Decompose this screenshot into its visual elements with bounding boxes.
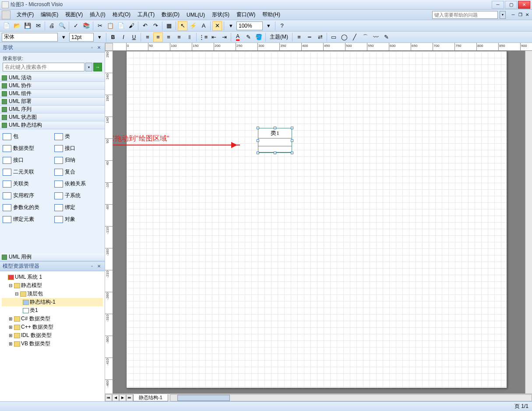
shape-search-input[interactable] bbox=[3, 63, 85, 71]
line-ends-button[interactable]: ⇄ bbox=[315, 32, 325, 42]
align-left-button[interactable]: ≡ bbox=[143, 32, 152, 42]
resize-handle-se[interactable] bbox=[291, 152, 293, 154]
menu-data[interactable]: 数据(D) bbox=[158, 10, 183, 19]
tree-top-package[interactable]: ⊟顶层包 bbox=[2, 290, 103, 298]
rectangle-tool[interactable]: ▭ bbox=[329, 32, 338, 42]
zoom-combo[interactable]: 100% bbox=[236, 21, 263, 30]
line-pattern-button[interactable]: ┅ bbox=[305, 32, 314, 42]
line-tool[interactable]: ╱ bbox=[350, 32, 359, 42]
vertical-scrollbar[interactable] bbox=[525, 51, 532, 393]
spelling-button[interactable]: ✓ bbox=[71, 21, 81, 31]
menu-view[interactable]: 视图(V) bbox=[62, 10, 86, 19]
resize-handle-sw[interactable] bbox=[257, 152, 259, 154]
minimize-button[interactable]: ─ bbox=[492, 1, 504, 9]
font-size-dropdown[interactable]: ▾ bbox=[95, 32, 104, 42]
resize-handle-e[interactable] bbox=[291, 139, 293, 142]
shape-item[interactable]: 接口 bbox=[53, 143, 103, 154]
horizontal-scrollbar[interactable] bbox=[170, 394, 532, 401]
new-button[interactable]: 📄 bbox=[2, 21, 11, 31]
text-tool-button[interactable]: A bbox=[199, 21, 208, 31]
connection-point-button[interactable]: ✕ bbox=[212, 21, 222, 31]
shape-window-button[interactable]: ▦ bbox=[164, 21, 174, 31]
undo-button[interactable]: ↶ bbox=[140, 21, 150, 31]
tree-cpp[interactable]: ⊞C++ 数据类型 bbox=[2, 323, 103, 331]
connector-tool-button[interactable]: ⚡ bbox=[188, 21, 198, 31]
shape-item[interactable]: 实用程序 bbox=[2, 190, 52, 201]
align-center-button[interactable]: ≡ bbox=[153, 32, 163, 42]
redo-button[interactable]: ↷ bbox=[151, 21, 160, 31]
font-name-combo[interactable]: 宋体 bbox=[2, 33, 58, 42]
shape-item[interactable]: 数据类型 bbox=[2, 143, 52, 154]
tree-static-model[interactable]: ⊟静态模型 bbox=[2, 281, 103, 290]
arc-tool[interactable]: ⌒ bbox=[360, 32, 370, 42]
shape-item[interactable]: 对象 bbox=[53, 214, 103, 225]
shape-item[interactable]: 依赖关系 bbox=[53, 178, 103, 189]
italic-button[interactable]: I bbox=[119, 32, 128, 42]
drawing-canvas[interactable]: 类1 将它拖动到"绘图区域" bbox=[113, 51, 532, 393]
help-search-input[interactable] bbox=[432, 11, 498, 19]
align-right-button[interactable]: ≡ bbox=[164, 32, 173, 42]
menu-insert[interactable]: 插入(I) bbox=[86, 10, 109, 19]
tab-nav-next[interactable]: ▶ bbox=[119, 394, 126, 401]
shape-item[interactable]: 二元关联 bbox=[2, 167, 52, 177]
theme-button[interactable]: 主题(M) bbox=[268, 32, 290, 42]
menu-tools[interactable]: 工具(T) bbox=[134, 10, 158, 19]
stencil-item[interactable]: UML 部署 bbox=[0, 98, 105, 106]
shape-item[interactable]: 接口 bbox=[2, 155, 52, 166]
decrease-indent-button[interactable]: ⇤ bbox=[209, 32, 218, 42]
tree-class1[interactable]: 类1 bbox=[2, 306, 103, 315]
search-go-button[interactable]: → bbox=[93, 63, 102, 71]
paste-button[interactable]: 📄 bbox=[116, 21, 126, 31]
model-panel-close[interactable]: ✕ bbox=[96, 263, 102, 269]
shape-item[interactable]: 子系统 bbox=[53, 190, 103, 201]
pointer-tool-button[interactable]: ↖ bbox=[178, 21, 187, 31]
stencil-item[interactable]: UML 用例 bbox=[0, 253, 105, 261]
save-button[interactable]: 💾 bbox=[23, 21, 32, 31]
distribute-button[interactable]: ⫴ bbox=[185, 32, 194, 42]
print-preview-button[interactable]: 🔍 bbox=[57, 21, 67, 31]
doc-minimize[interactable]: ─ bbox=[510, 12, 516, 18]
maximize-button[interactable]: ▢ bbox=[505, 1, 517, 9]
resize-handle-nw[interactable] bbox=[257, 127, 259, 129]
underline-button[interactable]: U bbox=[129, 32, 139, 42]
help-dropdown[interactable]: ▾ bbox=[500, 11, 506, 19]
stencil-item[interactable]: UML 组件 bbox=[0, 90, 105, 98]
shapes-panel-close[interactable]: ✕ bbox=[96, 45, 102, 51]
tree-vb[interactable]: ⊞VB 数据类型 bbox=[2, 340, 103, 348]
shape-item[interactable]: 类 bbox=[53, 131, 103, 142]
line-weight-button[interactable]: ≡ bbox=[294, 32, 304, 42]
menu-edit[interactable]: 编辑(E) bbox=[37, 10, 62, 19]
shapes-panel-pin[interactable]: ▫ bbox=[89, 45, 95, 51]
uml-class-shape[interactable]: 类1 bbox=[258, 128, 292, 153]
open-button[interactable]: 📂 bbox=[12, 21, 22, 31]
stencil-item[interactable]: UML 活动 bbox=[0, 74, 105, 82]
resize-handle-n[interactable] bbox=[274, 127, 276, 129]
stencil-item[interactable]: UML 静态结构 bbox=[0, 121, 105, 129]
freeform-tool[interactable]: 〰 bbox=[371, 32, 381, 42]
menu-help[interactable]: 帮助(H) bbox=[259, 10, 284, 19]
tree-root[interactable]: UML 系统 1 bbox=[2, 273, 103, 281]
page-tab[interactable]: 静态结构-1 bbox=[133, 394, 168, 401]
resize-handle-ne[interactable] bbox=[291, 127, 293, 129]
shape-item[interactable]: 包 bbox=[2, 131, 52, 142]
vertical-ruler[interactable]: 2902401901409040-10-60-110-160-210-260-3… bbox=[105, 51, 113, 393]
tab-nav-first[interactable]: ⏮ bbox=[105, 394, 112, 401]
tab-nav-last[interactable]: ⏭ bbox=[126, 394, 133, 401]
research-button[interactable]: 📚 bbox=[81, 21, 91, 31]
pencil-tool[interactable]: ✎ bbox=[381, 32, 391, 42]
horizontal-ruler[interactable]: 0501001502002503003504004505005506006507… bbox=[113, 43, 532, 51]
menu-format[interactable]: 格式(O) bbox=[109, 10, 134, 19]
shape-item[interactable]: 绑定元素 bbox=[2, 214, 52, 225]
shape-item[interactable]: 参数化的类 bbox=[2, 202, 52, 213]
bullets-button[interactable]: ⋮≡ bbox=[198, 32, 208, 42]
drawing-page[interactable]: 类1 bbox=[126, 51, 507, 388]
tab-nav-prev[interactable]: ◀ bbox=[112, 394, 119, 401]
menu-uml[interactable]: UML(U) bbox=[183, 11, 208, 19]
resize-handle-s[interactable] bbox=[274, 152, 276, 154]
font-size-combo[interactable]: 12pt bbox=[69, 33, 94, 42]
resize-handle-w[interactable] bbox=[257, 139, 259, 142]
close-button[interactable]: ✕ bbox=[518, 1, 530, 9]
shape-item[interactable]: 归纳 bbox=[53, 155, 103, 166]
menu-file[interactable]: 文件(F) bbox=[13, 10, 37, 19]
increase-indent-button[interactable]: ⇥ bbox=[219, 32, 229, 42]
